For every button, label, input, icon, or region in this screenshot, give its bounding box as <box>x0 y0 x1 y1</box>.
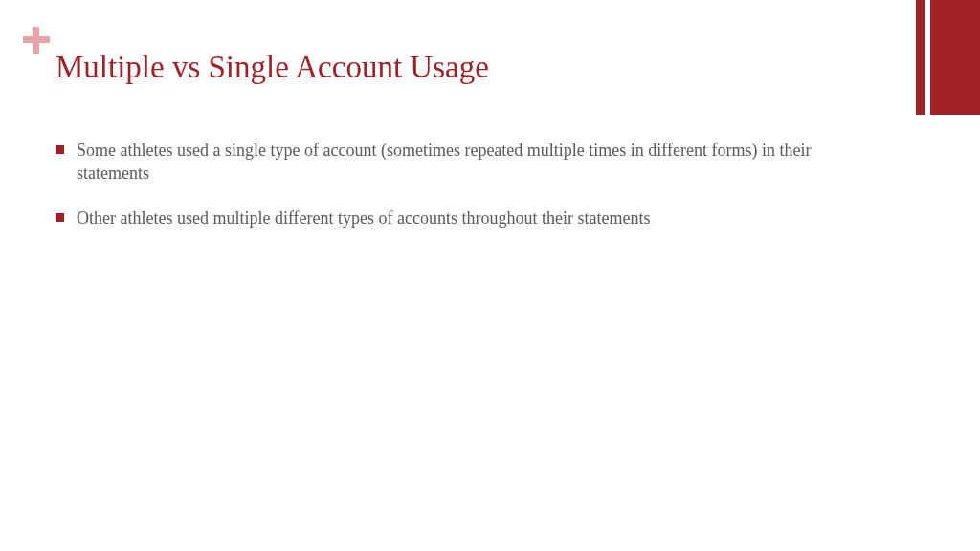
plus-icon <box>23 27 50 54</box>
slide-title: Multiple vs Single Account Usage <box>56 50 489 85</box>
bullet-item: Some athletes used a single type of acco… <box>56 139 846 186</box>
bullet-list: Some athletes used a single type of acco… <box>56 139 846 230</box>
bullet-item: Other athletes used multiple different t… <box>56 207 846 230</box>
corner-decoration <box>916 0 980 115</box>
corner-bar-thin <box>916 0 925 115</box>
slide-content: Some athletes used a single type of acco… <box>56 139 846 251</box>
corner-bar-thick <box>930 0 980 115</box>
